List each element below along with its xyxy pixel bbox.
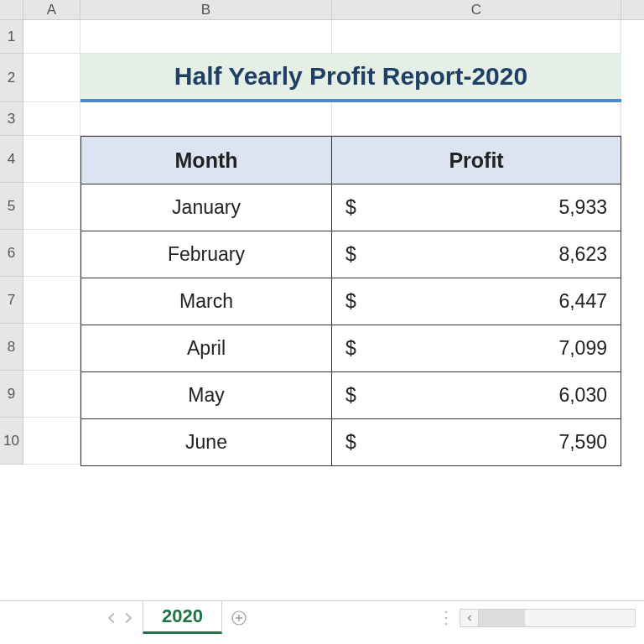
table-row: April $ 7,099 bbox=[81, 325, 621, 371]
cell-month[interactable]: February bbox=[81, 231, 332, 278]
cell-profit[interactable]: $ 7,099 bbox=[332, 325, 621, 371]
header-profit[interactable]: Profit bbox=[332, 137, 621, 184]
table-row: February $ 8,623 bbox=[81, 231, 621, 278]
tab-next-icon[interactable] bbox=[122, 612, 134, 624]
row-header[interactable]: 6 bbox=[0, 230, 23, 277]
profit-value: 7,590 bbox=[356, 431, 607, 454]
cell-month[interactable]: January bbox=[81, 184, 332, 231]
select-all-corner[interactable] bbox=[0, 0, 23, 20]
currency-symbol: $ bbox=[345, 384, 356, 407]
scroll-thumb[interactable] bbox=[479, 610, 525, 626]
currency-symbol: $ bbox=[345, 196, 356, 219]
row-header[interactable]: 7 bbox=[0, 277, 23, 324]
scroll-left-icon[interactable] bbox=[460, 610, 479, 626]
svg-point-2 bbox=[445, 616, 448, 619]
cell-month[interactable]: June bbox=[81, 419, 332, 465]
table-row: May $ 6,030 bbox=[81, 371, 621, 418]
currency-symbol: $ bbox=[345, 243, 356, 266]
col-header-b[interactable]: B bbox=[80, 0, 332, 19]
header-month[interactable]: Month bbox=[81, 137, 332, 184]
cell-profit[interactable]: $ 6,030 bbox=[332, 372, 621, 418]
cell-profit[interactable]: $ 8,623 bbox=[332, 231, 621, 278]
sheet-tab-active[interactable]: 2020 bbox=[143, 601, 222, 634]
plus-circle-icon bbox=[231, 610, 247, 626]
column-headers: A B C bbox=[23, 0, 644, 20]
profit-value: 6,447 bbox=[356, 290, 607, 313]
profit-value: 5,933 bbox=[356, 196, 607, 219]
sheet-tab-bar: 2020 bbox=[0, 600, 644, 634]
profit-table: Month Profit January $ 5,933 February $ … bbox=[80, 136, 621, 466]
table-row: January $ 5,933 bbox=[81, 184, 621, 231]
tab-prev-icon[interactable] bbox=[106, 612, 117, 624]
cell-month[interactable]: March bbox=[81, 278, 332, 325]
row-header[interactable]: 2 bbox=[0, 54, 23, 102]
row-header[interactable]: 5 bbox=[0, 183, 23, 230]
row-header[interactable]: 3 bbox=[0, 102, 23, 136]
currency-symbol: $ bbox=[345, 337, 356, 360]
row-header[interactable]: 1 bbox=[0, 20, 23, 54]
cell-month[interactable]: May bbox=[81, 372, 332, 418]
cell-profit[interactable]: $ 6,447 bbox=[332, 278, 621, 325]
col-header-c[interactable]: C bbox=[332, 0, 621, 19]
tab-split-handle[interactable] bbox=[441, 606, 451, 630]
table-row: March $ 6,447 bbox=[81, 278, 621, 325]
profit-value: 6,030 bbox=[356, 384, 607, 407]
cell-month[interactable]: April bbox=[81, 325, 332, 371]
row-headers: 1 2 3 4 5 6 7 8 9 10 bbox=[0, 20, 23, 465]
row-header[interactable]: 9 bbox=[0, 371, 23, 418]
profit-value: 8,623 bbox=[356, 243, 607, 266]
row-header[interactable]: 8 bbox=[0, 324, 23, 371]
table-row: June $ 7,590 bbox=[81, 418, 621, 465]
svg-point-3 bbox=[445, 622, 448, 625]
scroll-track[interactable] bbox=[479, 610, 635, 626]
profit-value: 7,099 bbox=[356, 337, 607, 360]
currency-symbol: $ bbox=[345, 290, 356, 313]
cell-profit[interactable]: $ 5,933 bbox=[332, 184, 621, 231]
row-header[interactable]: 4 bbox=[0, 136, 23, 183]
currency-symbol: $ bbox=[345, 431, 356, 454]
row-header[interactable]: 10 bbox=[0, 418, 23, 465]
horizontal-scrollbar[interactable] bbox=[460, 609, 636, 627]
tab-nav-buttons bbox=[0, 601, 143, 634]
col-header-a[interactable]: A bbox=[23, 0, 80, 19]
report-title[interactable]: Half Yearly Profit Report-2020 bbox=[80, 54, 621, 102]
new-sheet-button[interactable] bbox=[222, 601, 256, 635]
svg-point-1 bbox=[445, 610, 448, 613]
cell-profit[interactable]: $ 7,590 bbox=[332, 419, 621, 465]
